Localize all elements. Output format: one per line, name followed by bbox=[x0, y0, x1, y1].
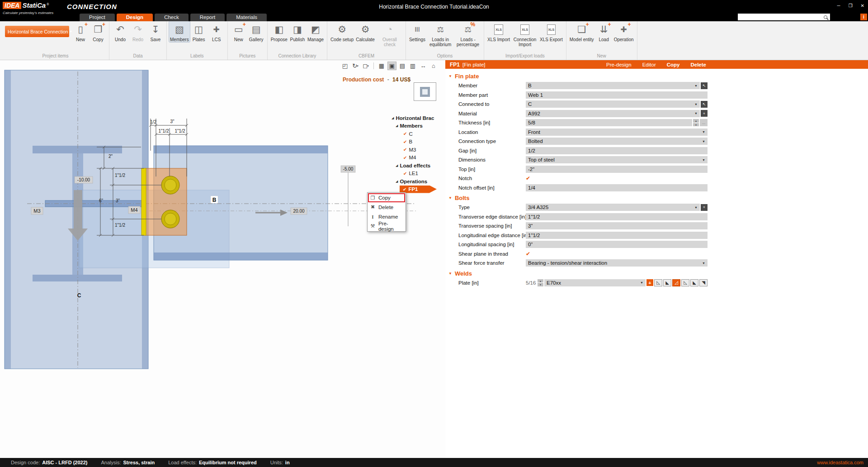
section-fin-plate[interactable]: ▼ Fin plate bbox=[445, 71, 710, 81]
project-item-selector[interactable]: Horizontal Brace Connection ▾ bbox=[5, 26, 69, 37]
selection-mode-button[interactable]: ◻▾ bbox=[361, 62, 370, 70]
connected-to-dropdown[interactable]: C ▼ bbox=[526, 100, 700, 108]
ribbon-operation-button[interactable]: ✚+ Operation bbox=[613, 21, 635, 42]
header-delete-button[interactable]: Delete bbox=[690, 62, 706, 67]
ribbon-picture-new-button[interactable]: ▭+ New bbox=[230, 21, 247, 42]
section-welds[interactable]: ▼ Welds bbox=[445, 268, 710, 278]
gap-field[interactable]: 1/2 bbox=[526, 147, 708, 154]
weld-type-button-3-selected[interactable]: ◿ bbox=[672, 279, 680, 286]
ribbon-model-entity-button[interactable]: ❏+ Model entity bbox=[569, 21, 595, 42]
ribbon-xls-export-button[interactable]: XLS XLS Export bbox=[539, 21, 564, 42]
checkbox-checked-icon[interactable]: ✔ bbox=[403, 147, 407, 152]
stepper-up-icon[interactable]: ▲ bbox=[538, 279, 543, 283]
location-dropdown[interactable]: Front ▼ bbox=[526, 129, 708, 136]
weld-strip[interactable] bbox=[142, 168, 146, 235]
search-input[interactable] bbox=[740, 14, 824, 20]
weld-size-stepper[interactable]: ▲ ▼ bbox=[538, 279, 543, 286]
member-pick-button[interactable]: ↖ bbox=[701, 82, 708, 89]
weld-type-button-1[interactable]: ◺ bbox=[654, 279, 662, 286]
view-explode-button[interactable]: ↔ bbox=[419, 62, 428, 70]
ribbon-code-setup-button[interactable]: ⚙ Code setup bbox=[330, 21, 354, 42]
view-section-button[interactable]: ▥ bbox=[408, 62, 417, 70]
notch-offset-field[interactable]: 1/4 bbox=[526, 184, 708, 191]
longitudinal-edge-field[interactable]: 1"1/2 bbox=[526, 232, 708, 239]
load-arrow-down[interactable] bbox=[74, 190, 82, 229]
home-view-button[interactable]: ⌂ bbox=[429, 62, 438, 70]
tree-item-m4[interactable]: ✔ M4 bbox=[392, 154, 441, 162]
ribbon-save-button[interactable]: ↧ Save bbox=[147, 21, 164, 42]
weld-type-button-6[interactable]: ◥ bbox=[699, 279, 708, 286]
add-material-button[interactable]: + bbox=[701, 110, 708, 117]
header-pre-design-button[interactable]: Pre-design bbox=[606, 62, 632, 67]
ribbon-publish-button[interactable]: ◨ Publish bbox=[289, 21, 306, 42]
add-bolt-assembly-button[interactable]: + bbox=[701, 204, 708, 211]
weld-type-button-5[interactable]: ◣ bbox=[690, 279, 698, 286]
weld-type-button-4[interactable]: ◺ bbox=[681, 279, 689, 286]
stepper-down-icon[interactable]: ▼ bbox=[538, 283, 543, 286]
beam-bottom-flange[interactable] bbox=[154, 253, 328, 260]
close-button[interactable]: ✕ bbox=[861, 3, 864, 8]
ribbon-new-project-button[interactable]: ▯+ New bbox=[72, 21, 89, 42]
tab-design[interactable]: Design bbox=[117, 14, 153, 21]
ribbon-load-button[interactable]: ⇊+ Load bbox=[595, 21, 613, 42]
search-box[interactable] bbox=[738, 14, 830, 20]
tree-item-le1[interactable]: ✔ LE1 bbox=[392, 170, 441, 178]
header-copy-button[interactable]: Copy bbox=[667, 62, 680, 67]
connection-type-dropdown[interactable]: Bolted ▼ bbox=[526, 138, 708, 145]
tree-root-item[interactable]: ◢ Horizontal Brac bbox=[392, 114, 441, 122]
column-stiffener-bottom[interactable] bbox=[33, 275, 122, 281]
tree-group-operations[interactable]: ◢ Operations bbox=[392, 177, 441, 186]
ribbon-manage-button[interactable]: ◩ Manage bbox=[307, 21, 325, 42]
thickness-browse-button[interactable]: ... bbox=[700, 119, 708, 126]
minimize-button[interactable]: ─ bbox=[837, 3, 840, 8]
ribbon-undo-button[interactable]: ↶ Undo bbox=[112, 21, 129, 42]
column-flange-left[interactable] bbox=[5, 70, 11, 369]
checkbox-checked-icon[interactable]: ✔ bbox=[403, 155, 407, 160]
website-link[interactable]: www.ideastatica.com bbox=[817, 460, 863, 465]
weld-electrode-dropdown[interactable]: E70xx ▼ bbox=[544, 279, 646, 286]
context-menu-copy[interactable]: ❐ Copy bbox=[368, 193, 405, 202]
ribbon-loads-percentage-button[interactable]: ⚖% Loads - percentage bbox=[454, 21, 481, 47]
model-viewport[interactable]: ◰ ↻▾ ◻▾ ▦ ▣ ▤ ▥ ↔ ⌂ Production cost - 14… bbox=[0, 60, 445, 458]
checkbox-checked-icon[interactable]: ✔ bbox=[403, 171, 407, 176]
ribbon-labels-members-toggle[interactable]: ▧ Members bbox=[169, 21, 190, 42]
section-bolts[interactable]: ▼ Bolts bbox=[445, 192, 710, 203]
context-menu-rename[interactable]: I Rename bbox=[368, 212, 405, 221]
longitudinal-spacing-field[interactable]: 0" bbox=[526, 241, 708, 248]
material-dropdown[interactable]: A992 ▼ bbox=[526, 110, 700, 117]
tab-check[interactable]: Check bbox=[155, 14, 189, 21]
stepper-down-icon[interactable]: ▼ bbox=[693, 123, 699, 127]
dimensions-dropdown[interactable]: Top of steel ▼ bbox=[526, 156, 708, 163]
ribbon-redo-button[interactable]: ↷ Redo bbox=[129, 21, 146, 42]
thickness-field[interactable]: 5/8 bbox=[526, 119, 692, 126]
tab-materials[interactable]: Materials bbox=[226, 14, 267, 21]
thickness-stepper[interactable]: ▲ ▼ bbox=[693, 119, 699, 126]
shear-plane-checkbox[interactable]: ✔ bbox=[526, 251, 530, 257]
top-field[interactable]: -2" bbox=[526, 166, 708, 173]
view-layers-button[interactable]: ▤ bbox=[398, 62, 407, 70]
notch-checkbox[interactable]: ✔ bbox=[526, 175, 530, 181]
info-button[interactable]: i bbox=[860, 14, 867, 20]
maximize-button[interactable]: ❐ bbox=[849, 3, 853, 8]
member-part-field[interactable]: Web 1 bbox=[526, 91, 708, 99]
search-icon[interactable] bbox=[824, 15, 827, 19]
view-wireframe-button[interactable]: ▦ bbox=[377, 62, 386, 70]
ribbon-loads-equilibrium-button[interactable]: ⚖ Loads in equilibrium bbox=[427, 21, 454, 47]
tab-project[interactable]: Project bbox=[80, 14, 115, 21]
tree-item-fp1-selected[interactable]: ✔ FP1 bbox=[400, 186, 437, 193]
bolt-type-dropdown[interactable]: 3/4 A325 ▼ bbox=[526, 204, 700, 211]
view-shaded-button[interactable]: ▣ bbox=[387, 62, 396, 70]
ribbon-copy-project-button[interactable]: ❐+ Copy bbox=[90, 21, 107, 42]
checkbox-checked-icon[interactable]: ✔ bbox=[403, 131, 407, 136]
ribbon-propose-button[interactable]: ◧ Propose bbox=[270, 21, 288, 42]
stepper-up-icon[interactable]: ▲ bbox=[693, 119, 699, 123]
transverse-edge-field[interactable]: 1"1/2 bbox=[526, 213, 708, 220]
ribbon-connection-import-button[interactable]: XLS Connection Import bbox=[511, 21, 538, 47]
context-menu-pre-design[interactable]: ⚒ Pre-design bbox=[368, 221, 405, 231]
ribbon-labels-plates-toggle[interactable]: ◫ Plates bbox=[190, 21, 208, 42]
shear-transfer-dropdown[interactable]: Bearing - tension/shear interaction ▼ bbox=[526, 259, 708, 267]
tree-group-load-effects[interactable]: ◢ Load effects bbox=[392, 162, 441, 170]
header-editor-button[interactable]: Editor bbox=[642, 62, 656, 67]
checkbox-checked-icon[interactable]: ✔ bbox=[403, 139, 407, 144]
ribbon-gallery-button[interactable]: ▤ Gallery bbox=[248, 21, 265, 42]
